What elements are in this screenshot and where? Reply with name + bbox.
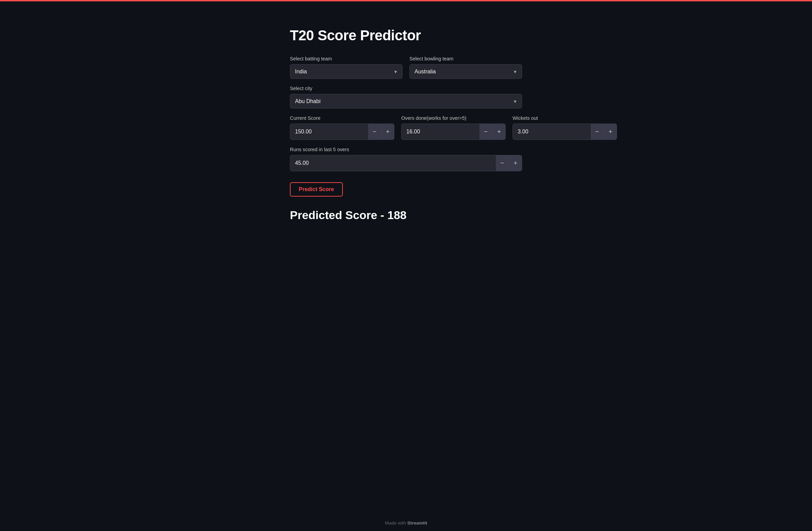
- batting-team-select-wrapper: India Australia England Pakistan South A…: [290, 64, 403, 79]
- runs-last5-plus-button[interactable]: +: [509, 155, 522, 171]
- city-label: Select city: [290, 86, 522, 91]
- current-score-input-wrapper: − +: [290, 124, 394, 140]
- overs-input-wrapper: − +: [401, 124, 506, 140]
- batting-team-select[interactable]: India Australia England Pakistan South A…: [290, 64, 403, 79]
- city-row: Select city Abu Dhabi Dubai Sharjah Melb…: [290, 86, 522, 109]
- current-score-input[interactable]: [290, 125, 368, 139]
- city-select-wrapper: Abu Dhabi Dubai Sharjah Melbourne Sydney…: [290, 94, 522, 109]
- wickets-input[interactable]: [513, 125, 591, 139]
- footer-prefix: Made with: [385, 520, 407, 526]
- footer-brand: Streamlit: [407, 520, 427, 526]
- current-score-group: Current Score − +: [290, 115, 394, 140]
- bowling-team-label: Select bowling team: [409, 56, 522, 61]
- batting-team-group: Select batting team India Australia Engl…: [290, 56, 403, 79]
- current-score-minus-button[interactable]: −: [368, 124, 381, 140]
- runs-last5-label: Runs scored in last 5 overs: [290, 147, 522, 152]
- bowling-team-select-wrapper: Australia India England Pakistan South A…: [409, 64, 522, 79]
- wickets-group: Wickets out − +: [513, 115, 617, 140]
- predicted-score-result: Predicted Score - 188: [290, 209, 522, 222]
- predict-score-button[interactable]: Predict Score: [290, 182, 343, 197]
- current-score-plus-button[interactable]: +: [381, 124, 394, 140]
- city-group: Select city Abu Dhabi Dubai Sharjah Melb…: [290, 86, 522, 109]
- form-section: Select batting team India Australia Engl…: [290, 56, 522, 222]
- runs-last5-row: Runs scored in last 5 overs − +: [290, 147, 522, 171]
- main-container: T20 Score Predictor Select batting team …: [276, 0, 536, 242]
- runs-last5-input[interactable]: [290, 156, 496, 170]
- overs-label: Overs done(works for over>5): [401, 115, 506, 121]
- overs-plus-button[interactable]: +: [492, 124, 505, 140]
- overs-minus-button[interactable]: −: [479, 124, 492, 140]
- wickets-minus-button[interactable]: −: [591, 124, 604, 140]
- current-score-label: Current Score: [290, 115, 394, 121]
- runs-last5-input-wrapper: − +: [290, 155, 522, 171]
- footer: Made with Streamlit: [0, 515, 812, 531]
- score-row: Current Score − + Overs done(works for o…: [290, 115, 522, 140]
- team-row: Select batting team India Australia Engl…: [290, 56, 522, 79]
- runs-last5-group: Runs scored in last 5 overs − +: [290, 147, 522, 171]
- top-bar: [0, 0, 812, 1]
- bowling-team-select[interactable]: Australia India England Pakistan South A…: [409, 64, 522, 79]
- wickets-label: Wickets out: [513, 115, 617, 121]
- overs-input[interactable]: [402, 125, 479, 139]
- runs-last5-minus-button[interactable]: −: [496, 155, 509, 171]
- wickets-input-wrapper: − +: [513, 124, 617, 140]
- overs-group: Overs done(works for over>5) − +: [401, 115, 506, 140]
- batting-team-label: Select batting team: [290, 56, 403, 61]
- page-title: T20 Score Predictor: [290, 27, 522, 44]
- city-select[interactable]: Abu Dhabi Dubai Sharjah Melbourne Sydney…: [290, 94, 522, 109]
- wickets-plus-button[interactable]: +: [604, 124, 617, 140]
- bowling-team-group: Select bowling team Australia India Engl…: [409, 56, 522, 79]
